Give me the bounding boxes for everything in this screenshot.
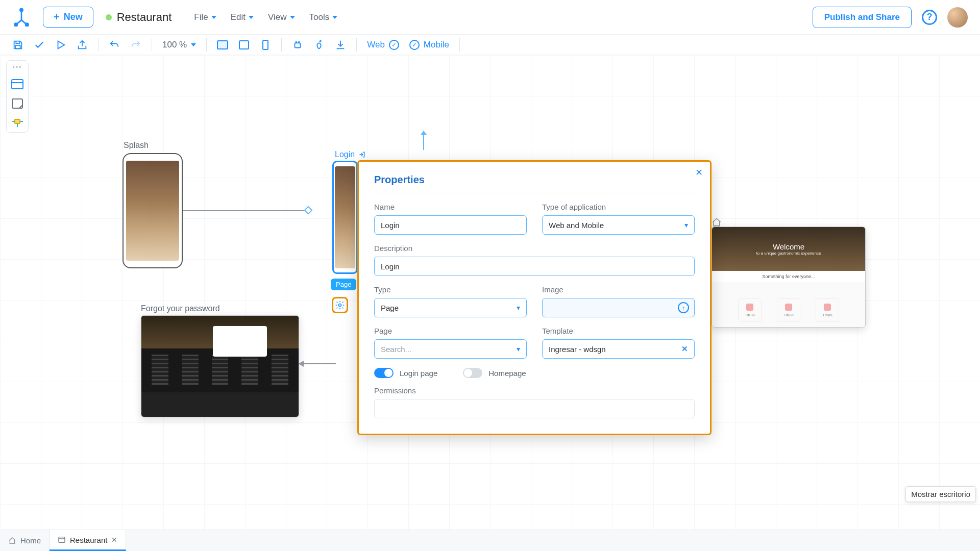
select-type[interactable]: Page ▾ xyxy=(374,298,527,317)
tab-home[interactable]: Home xyxy=(0,530,50,551)
chevron-down-icon xyxy=(191,43,196,46)
menu-edit-label: Edit xyxy=(231,12,246,22)
welcome-title: Welcome xyxy=(773,242,804,251)
export-icon[interactable] xyxy=(77,39,88,51)
input-permissions[interactable] xyxy=(374,399,695,418)
separator xyxy=(281,38,282,52)
app-logo-icon[interactable] xyxy=(12,8,31,27)
chevron-down-icon: ▾ xyxy=(517,345,520,353)
node-welcome[interactable]: Welcome to a unique gastronomic experien… xyxy=(712,227,866,328)
menu-view-label: View xyxy=(268,12,287,22)
project-title[interactable]: Restaurant xyxy=(106,11,172,24)
svg-rect-3 xyxy=(15,45,20,48)
label-image: Image xyxy=(542,285,695,294)
canvas[interactable]: ••• Splash Login Page Forgot your passwo… xyxy=(0,55,980,530)
help-icon[interactable]: ? xyxy=(922,10,937,25)
tab-restaurant-label: Restaurant xyxy=(70,536,107,544)
dialog-close-button[interactable]: ✕ xyxy=(695,167,703,178)
toggle-login-label: Login page xyxy=(400,369,437,378)
device-desktop-icon[interactable] xyxy=(217,39,228,51)
card-label: Titulo xyxy=(783,313,793,317)
note-tool-icon[interactable] xyxy=(10,97,24,110)
node-settings-button[interactable] xyxy=(332,297,348,313)
select-template[interactable]: Ingresar - wdsgn ✕ xyxy=(542,339,695,359)
tab-restaurant[interactable]: Restaurant ✕ xyxy=(50,530,126,551)
run-icon[interactable] xyxy=(55,39,66,51)
undo-icon[interactable] xyxy=(109,39,120,51)
properties-dialog: ✕ Properties Name Type of application We… xyxy=(357,160,712,435)
menu-file[interactable]: File xyxy=(194,12,216,22)
dialog-title: Properties xyxy=(374,174,695,186)
publish-button-label: Publish and Share xyxy=(824,12,900,22)
node-label-splash: Splash xyxy=(124,141,149,150)
save-icon[interactable] xyxy=(12,39,23,51)
new-button[interactable]: + New xyxy=(43,7,93,28)
welcome-subtitle: to a unique gastronomic experience xyxy=(756,251,821,256)
chevron-down-icon: ▾ xyxy=(517,304,520,312)
welcome-card: Titulo xyxy=(738,298,762,322)
menu-edit[interactable]: Edit xyxy=(231,12,254,22)
label-type: Type xyxy=(374,285,527,294)
zoom-value: 100 % xyxy=(162,40,187,50)
svg-rect-7 xyxy=(12,80,23,89)
chevron-down-icon: ▾ xyxy=(684,221,688,229)
switch-icon xyxy=(463,368,482,378)
svg-rect-10 xyxy=(15,119,20,123)
close-icon[interactable]: ✕ xyxy=(111,536,117,544)
select-app-type[interactable]: Web and Mobile ▾ xyxy=(542,215,695,235)
statusbar: Home Restaurant ✕ xyxy=(0,530,980,551)
node-welcome-body: Titulo Titulo Titulo xyxy=(712,282,865,328)
toggle-homepage[interactable]: Homepage xyxy=(463,368,526,378)
svg-point-0 xyxy=(20,8,22,11)
menu-tools[interactable]: Tools xyxy=(309,12,338,22)
label-page: Page xyxy=(374,327,527,335)
menu-view[interactable]: View xyxy=(268,12,295,22)
input-image[interactable]: ↑ xyxy=(542,298,695,317)
app-root: + New Restaurant File Edit View Tools Pu… xyxy=(0,0,980,551)
zoom-dropdown[interactable]: 100 % xyxy=(162,40,196,50)
pages-tool-icon[interactable] xyxy=(10,78,24,90)
home-icon xyxy=(8,537,16,545)
welcome-card: Titulo xyxy=(816,298,839,322)
menu-file-label: File xyxy=(194,12,208,22)
device-tablet-icon[interactable] xyxy=(238,39,250,51)
platform-mobile-label: Mobile xyxy=(424,40,449,50)
user-avatar[interactable] xyxy=(947,7,968,28)
chevron-down-icon xyxy=(249,16,254,19)
separator xyxy=(356,38,357,52)
welcome-section-title: Something for everyone... xyxy=(712,271,865,282)
select-page-placeholder: Search... xyxy=(381,345,411,354)
device-phone-icon[interactable] xyxy=(260,39,271,51)
validate-icon[interactable] xyxy=(34,39,45,51)
android-icon[interactable] xyxy=(292,39,303,51)
chevron-down-icon xyxy=(211,16,216,19)
connector xyxy=(299,363,336,364)
apple-icon[interactable] xyxy=(313,39,325,51)
node-forgot[interactable] xyxy=(141,315,299,417)
platform-web-toggle[interactable]: Web ✓ xyxy=(367,40,399,50)
label-template: Template xyxy=(542,327,695,335)
separator xyxy=(206,38,207,52)
topbar-right: Publish and Share ? xyxy=(813,7,968,28)
clear-icon[interactable]: ✕ xyxy=(681,344,688,354)
connector xyxy=(183,210,311,211)
label-app-type: Type of application xyxy=(542,203,695,211)
drag-handle-icon[interactable]: ••• xyxy=(13,64,22,71)
node-splash[interactable] xyxy=(122,153,183,268)
redo-icon[interactable] xyxy=(130,39,141,51)
download-icon[interactable] xyxy=(335,39,346,51)
select-type-value: Page xyxy=(381,304,399,312)
node-login[interactable] xyxy=(333,161,357,273)
input-name[interactable] xyxy=(374,215,527,235)
flow-tool-icon[interactable] xyxy=(10,117,24,129)
select-page[interactable]: Search... ▾ xyxy=(374,339,527,359)
input-description[interactable] xyxy=(374,257,695,276)
desktop-tooltip: Mostrar escritorio xyxy=(905,486,976,502)
platform-mobile-toggle[interactable]: ✓ Mobile xyxy=(409,40,449,50)
publish-button[interactable]: Publish and Share xyxy=(813,7,912,28)
node-welcome-header: Welcome to a unique gastronomic experien… xyxy=(712,227,865,271)
separator xyxy=(152,38,152,52)
home-outline-icon xyxy=(712,217,722,228)
left-tool-palette: ••• xyxy=(6,60,29,133)
toggle-login-page[interactable]: Login page xyxy=(374,368,437,378)
